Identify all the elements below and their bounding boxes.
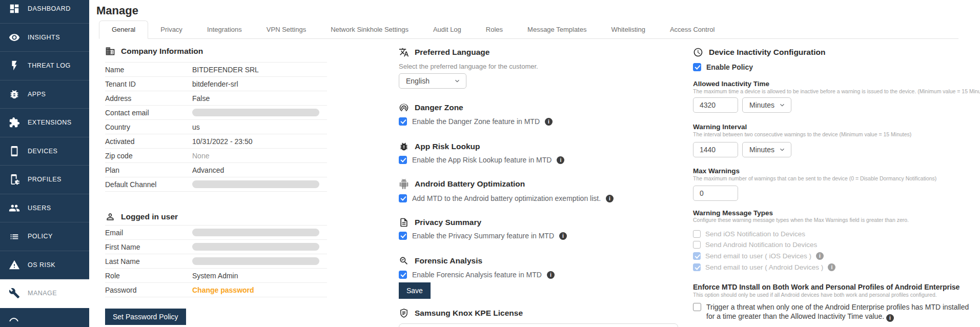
allowed-inactivity-unit-select[interactable]: Minutes [742, 97, 791, 113]
sidebar-item-apps[interactable]: APPS [0, 80, 89, 109]
warning-interval-input[interactable] [693, 142, 738, 157]
android-icon [399, 179, 409, 189]
max-warnings-label: Max Warnings [693, 167, 740, 175]
enforce-mtd-desc: This option should only be used if all A… [693, 292, 937, 298]
sidebar-item-partial[interactable] [0, 308, 89, 321]
activated-value: 10/31/2022 - 23:50 [192, 137, 253, 146]
info-icon[interactable]: i [557, 156, 564, 164]
enforce-mtd-row: Trigger a threat when only one of the An… [693, 302, 970, 322]
info-icon[interactable]: i [886, 314, 894, 322]
tab-general[interactable]: General [99, 21, 148, 39]
lightning-icon [9, 60, 20, 71]
tab-roles[interactable]: Roles [474, 21, 515, 38]
table-row: Activated10/31/2022 - 23:50 [105, 134, 327, 149]
option-android-notification: Send Android Notification to Devices [693, 240, 817, 249]
warning-interval-label: Warning Interval [693, 123, 747, 131]
tab-integrations[interactable]: Integrations [195, 21, 254, 38]
danger-zone-heading: Danger Zone [399, 103, 463, 113]
sidebar-item-dashboard[interactable]: DASHBOARD [0, 0, 89, 24]
sidebar-item-label: PROFILES [28, 176, 62, 183]
person-icon [105, 212, 115, 222]
wrench-icon [9, 288, 20, 299]
address-value: False [192, 94, 210, 103]
sidebar-item-label: DASHBOARD [28, 5, 71, 12]
smartphone-icon [9, 146, 20, 157]
sidebar-item-label: POLICY [28, 233, 53, 240]
sidebar-item-label: MANAGE [28, 290, 57, 297]
info-icon[interactable]: i [547, 271, 555, 279]
user-table: Email First Name Last Name RoleSystem Ad… [105, 225, 327, 297]
privacy-summary-checkbox[interactable] [399, 232, 407, 240]
app-risk-lookup-heading: App Risk Lookup [399, 141, 480, 152]
tab-whitelisting[interactable]: Whitelisting [599, 21, 657, 38]
info-icon[interactable]: i [828, 263, 835, 271]
save-button[interactable]: Save [399, 282, 431, 299]
sidebar-item-profiles[interactable]: PROFILES [0, 166, 89, 194]
danger-zone-checkbox[interactable] [399, 117, 407, 126]
sidebar-item-extensions[interactable]: EXTENSIONS [0, 109, 89, 137]
app-risk-lookup-checkbox[interactable] [399, 156, 407, 164]
allowed-inactivity-input[interactable] [693, 97, 738, 113]
max-warnings-desc: The maximum number of warnings that can … [693, 175, 936, 181]
change-password-link[interactable]: Change password [192, 286, 254, 294]
sidebar-item-insights[interactable]: INSIGHTS [0, 24, 89, 52]
device-inactivity-heading: Device Inactivity Configuration [693, 47, 825, 57]
preferred-language-desc: Select the preferred language for the cu… [399, 63, 538, 70]
redacted-value [192, 109, 319, 116]
table-row: Default Channel [105, 177, 327, 192]
sidebar-item-policy[interactable]: POLICY [0, 222, 89, 251]
tab-message-templates[interactable]: Message Templates [515, 21, 599, 38]
allowed-inactivity-label: Allowed Inactivity Time [693, 80, 769, 88]
tab-audit-log[interactable]: Audit Log [421, 21, 474, 38]
redacted-value [192, 243, 319, 251]
info-icon[interactable]: i [545, 118, 553, 126]
tab-access-control[interactable]: Access Control [658, 21, 727, 38]
logged-in-user-heading: Logged in user [105, 212, 178, 222]
sidebar-item-threat-log[interactable]: THREAT LOG [0, 52, 89, 80]
forensic-analysis-checkbox[interactable] [399, 271, 407, 279]
language-select[interactable]: English [399, 73, 466, 89]
sidebar-item-os-risk[interactable]: OS RISK [0, 251, 89, 280]
enable-policy-checkbox[interactable] [693, 63, 701, 71]
sidebar-item-label: APPS [28, 91, 46, 98]
trigger-threat-checkbox[interactable] [693, 303, 701, 311]
info-icon[interactable]: i [606, 195, 614, 202]
option-email-android: Send email to user ( Android Devices ) i [693, 263, 835, 271]
android-battery-heading: Android Battery Optimization [399, 179, 525, 189]
chevron-down-icon [454, 77, 461, 85]
translate-icon [399, 47, 409, 57]
table-row: Countryus [105, 120, 327, 134]
info-icon[interactable]: i [559, 232, 567, 240]
redacted-value [192, 180, 319, 188]
sidebar: DASHBOARD INSIGHTS THREAT LOG APPS EXTEN… [0, 0, 89, 327]
sidebar-item-users[interactable]: USERS [0, 194, 89, 223]
company-table: NameBITDEFENDER SRL Tenant IDbitdefender… [105, 62, 327, 192]
warning-interval-unit-select[interactable]: Minutes [742, 142, 791, 157]
ios-notification-checkbox [693, 230, 701, 238]
bug-icon [399, 141, 409, 152]
forensic-analysis-heading: Forensic Analysis [399, 256, 482, 266]
tab-network-sinkhole-settings[interactable]: Network Sinkhole Settings [318, 21, 421, 38]
samsung-knox-heading: Samsung Knox KPE License [399, 308, 523, 318]
company-name-value: BITDEFENDER SRL [192, 66, 259, 74]
max-warnings-input[interactable] [693, 186, 738, 201]
table-row: Email [105, 226, 327, 240]
warning-icon [9, 259, 20, 271]
sidebar-item-label: THREAT LOG [28, 62, 71, 69]
tab-vpn-settings[interactable]: VPN Settings [254, 21, 318, 38]
allowed-inactivity-controls: Minutes [693, 97, 791, 113]
info-icon[interactable]: i [816, 252, 824, 260]
clock-icon [693, 47, 703, 57]
android-battery-checkbox[interactable] [399, 194, 407, 202]
sidebar-item-label: INSIGHTS [28, 34, 60, 41]
sidebar-item-label: DEVICES [28, 148, 57, 155]
tab-privacy[interactable]: Privacy [148, 21, 195, 38]
phone-gear-icon [9, 174, 20, 185]
page-title: Manage [96, 4, 138, 17]
set-password-policy-button[interactable]: Set Password Policy [105, 309, 186, 325]
plan-value: Advanced [192, 166, 224, 174]
sidebar-item-manage[interactable]: MANAGE [0, 279, 89, 308]
bug-icon [9, 89, 20, 100]
knox-license-input[interactable] [399, 323, 678, 327]
sidebar-item-devices[interactable]: DEVICES [0, 137, 89, 166]
